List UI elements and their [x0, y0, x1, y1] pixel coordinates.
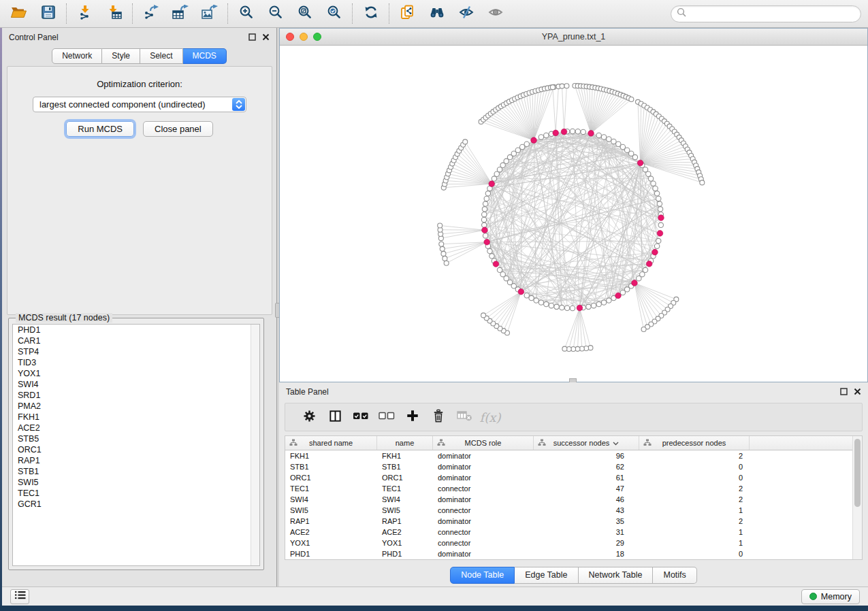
table-scrollbar[interactable] — [852, 436, 862, 559]
table-row[interactable]: STB1STB1dominator620 — [285, 461, 862, 472]
mcds-result-item[interactable]: PMA2 — [13, 401, 259, 412]
zoom-in-button[interactable] — [231, 2, 261, 25]
column-header-MCDS-role[interactable]: MCDS role — [433, 436, 534, 450]
insert-column-button[interactable] — [322, 406, 348, 429]
mcds-result-item[interactable]: TEC1 — [13, 488, 259, 499]
table-row[interactable]: TEC1TEC1connector472 — [285, 483, 862, 494]
import-table-button[interactable] — [99, 2, 129, 25]
import-network-button[interactable] — [70, 2, 99, 25]
table-cell: 2 — [639, 516, 750, 527]
tab-style[interactable]: Style — [102, 48, 140, 64]
column-header-successor-nodes[interactable]: successor nodes — [534, 436, 639, 450]
close-panel-icon[interactable] — [262, 31, 270, 44]
export-network-button[interactable] — [136, 2, 165, 25]
table-row[interactable]: RAP1RAP1dominator352 — [285, 516, 862, 527]
table-row[interactable]: PHD1PHD1dominator180 — [285, 548, 862, 559]
tab-node-table[interactable]: Node Table — [450, 567, 515, 584]
column-header-name[interactable]: name — [377, 436, 433, 450]
table-cell: connector — [433, 483, 534, 494]
mcds-result-item[interactable]: GCR1 — [13, 499, 259, 510]
table-cell: 46 — [534, 494, 639, 505]
scrollbar-thumb[interactable] — [854, 439, 861, 507]
task-history-button[interactable] — [10, 589, 29, 604]
deselect-all-button[interactable] — [374, 406, 400, 429]
mcds-result-scrollbar[interactable] — [251, 325, 259, 565]
network-titlebar[interactable]: YPA_prune.txt_1 — [280, 29, 867, 46]
binoculars-icon — [428, 5, 446, 22]
node-table[interactable]: shared namenameMCDS rolesuccessor nodesp… — [285, 435, 863, 560]
new-network-from-selection-button[interactable] — [393, 2, 422, 25]
table-row[interactable]: SWI5SWI5connector431 — [285, 505, 862, 516]
table-row[interactable]: SWI4SWI4dominator462 — [285, 494, 862, 505]
search-input[interactable] — [690, 9, 855, 18]
add-row-button[interactable] — [400, 406, 425, 429]
mcds-result-item[interactable]: FKH1 — [13, 412, 259, 423]
criterion-select[interactable]: largest connected component (undirected) — [33, 97, 246, 112]
table-row[interactable]: YOX1YOX1connector291 — [285, 538, 862, 548]
float-panel-icon[interactable] — [248, 31, 256, 44]
table-row[interactable]: ORC1ORC1dominator610 — [285, 472, 862, 483]
tab-network[interactable]: Network — [52, 48, 102, 64]
tab-motifs[interactable]: Motifs — [653, 567, 696, 584]
table-toolbar: f(x) — [285, 403, 863, 431]
zoom-fit-button[interactable] — [290, 2, 319, 25]
table-row[interactable]: ACE2ACE2connector311 — [285, 527, 862, 538]
save-session-button[interactable] — [33, 2, 63, 25]
mcds-result-item[interactable]: CAR1 — [13, 335, 259, 346]
zoom-selected-button[interactable] — [319, 2, 349, 25]
network-graph — [280, 46, 867, 382]
show-graphics-details-button[interactable] — [481, 2, 510, 25]
delete-row-button[interactable] — [425, 406, 451, 429]
network-canvas[interactable] — [280, 46, 867, 382]
mcds-result-item[interactable]: RAP1 — [13, 455, 259, 466]
float-panel-icon[interactable] — [840, 386, 848, 398]
run-mcds-button[interactable]: Run MCDS — [66, 121, 134, 137]
mcds-result-item[interactable]: YOX1 — [13, 368, 259, 379]
column-header-predecessor-nodes[interactable]: predecessor nodes — [639, 436, 750, 450]
export-image-button[interactable] — [195, 2, 224, 25]
refresh-button[interactable] — [356, 2, 385, 25]
function-builder-button[interactable]: f(x) — [477, 406, 503, 429]
mcds-result-list[interactable]: PHD1CAR1STP4TID3YOX1SWI4SRD1PMA2FKH1ACE2… — [12, 324, 260, 566]
table-cell: ORC1 — [285, 472, 377, 483]
org-chart-icon — [538, 439, 546, 448]
control-panel-title: Control Panel — [9, 33, 59, 42]
table-cell — [750, 538, 862, 548]
mcds-result-item[interactable]: STB1 — [13, 466, 259, 477]
mcds-result-item[interactable]: ORC1 — [13, 444, 259, 455]
memory-label: Memory — [821, 592, 852, 601]
open-file-button[interactable] — [4, 2, 33, 25]
search-field[interactable] — [671, 5, 861, 22]
mcds-result-item[interactable]: PHD1 — [13, 325, 259, 335]
mcds-result-item[interactable]: ACE2 — [13, 423, 259, 433]
table-row[interactable]: FKH1FKH1dominator962 — [285, 450, 862, 461]
delete-table-button[interactable] — [451, 406, 477, 429]
mcds-result-item[interactable]: STB5 — [13, 433, 259, 444]
mcds-result-item[interactable]: SRD1 — [13, 390, 259, 401]
table-cell: 29 — [534, 538, 639, 548]
search-network-button[interactable] — [422, 2, 451, 25]
control-panel-tabs: NetworkStyleSelectMCDS — [2, 48, 276, 64]
column-header-shared-name[interactable]: shared name — [285, 436, 377, 450]
table-settings-button[interactable] — [296, 406, 322, 429]
tab-select[interactable]: Select — [140, 48, 182, 64]
tab-network-table[interactable]: Network Table — [579, 567, 654, 584]
list-icon — [14, 590, 26, 603]
zoom-out-button[interactable] — [261, 2, 290, 25]
mcds-result-item[interactable]: SWI4 — [13, 379, 259, 390]
table-cell: 0 — [639, 461, 750, 472]
mcds-result-item[interactable]: STP4 — [13, 346, 259, 357]
mcds-result-item[interactable]: SWI5 — [13, 477, 259, 488]
mcds-result-item[interactable]: TID3 — [13, 357, 259, 368]
hide-graphics-details-button[interactable] — [451, 2, 481, 25]
memory-button[interactable]: Memory — [801, 589, 860, 604]
close-panel-button[interactable]: Close panel — [143, 121, 213, 137]
table-cell — [750, 494, 862, 505]
table-tabs: Node TableEdge TableNetwork TableMotifs — [279, 567, 868, 584]
close-panel-icon[interactable] — [854, 386, 861, 398]
tab-edge-table[interactable]: Edge Table — [515, 567, 578, 584]
export-table-button[interactable] — [165, 2, 195, 25]
select-all-button[interactable] — [348, 406, 374, 429]
eye-icon — [487, 5, 504, 22]
tab-mcds[interactable]: MCDS — [183, 48, 227, 64]
